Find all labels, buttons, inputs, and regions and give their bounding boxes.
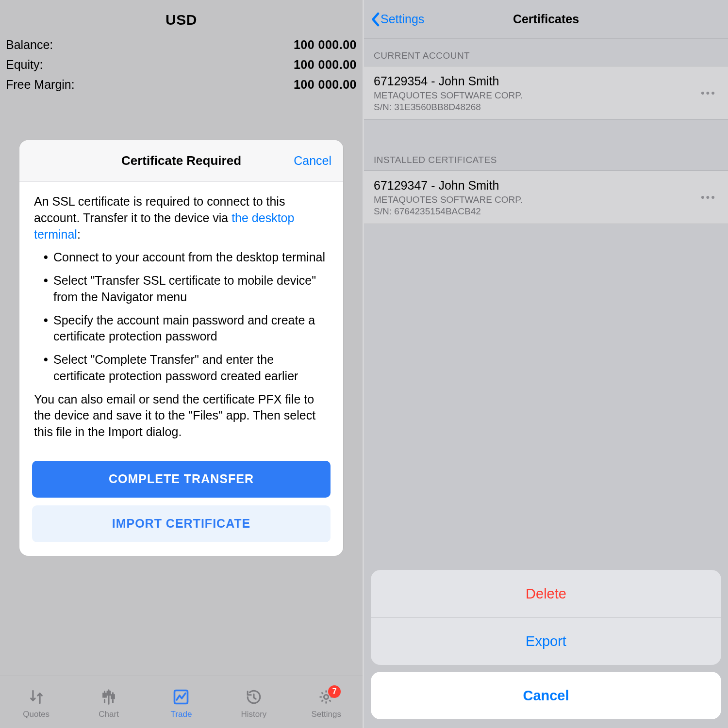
tab-settings[interactable]: Settings 7 — [297, 687, 355, 719]
tab-trade[interactable]: Trade — [152, 687, 210, 719]
free-margin-value: 100 000.00 — [294, 78, 357, 92]
svg-rect-1 — [107, 691, 110, 695]
trade-icon — [172, 687, 190, 707]
quotes-icon — [28, 687, 45, 707]
tab-label: Chart — [99, 710, 119, 719]
free-margin-label: Free Margin: — [6, 78, 75, 92]
current-account-cert-row[interactable]: 67129354 - John Smith METAQUOTES SOFTWAR… — [364, 66, 728, 120]
modal-outro: You can also email or send the certifica… — [34, 391, 329, 440]
certificate-required-modal: Certificate Required Cancel An SSL certi… — [19, 140, 343, 556]
cert-company: METAQUOTES SOFTWARE CORP. — [374, 90, 718, 101]
tabbar: Quotes Chart Trade History Settings 7 — [0, 676, 363, 728]
more-icon[interactable]: ••• — [701, 191, 716, 204]
cert-title: 67129354 - John Smith — [374, 74, 718, 88]
currency-label: USD — [0, 12, 363, 28]
bullet-1: Connect to your account from the desktop… — [44, 249, 329, 266]
tab-label: Settings — [312, 710, 341, 719]
tab-label: Quotes — [23, 710, 50, 719]
modal-body: An SSL certificate is required to connec… — [19, 182, 343, 461]
balance-row: Balance: 100 000.00 — [6, 35, 357, 55]
bullet-4: Select "Complete Transfer" and enter the… — [44, 352, 329, 385]
settings-badge: 7 — [328, 685, 341, 698]
cert-title: 67129347 - John Smith — [374, 178, 718, 193]
delete-button[interactable]: Delete — [371, 570, 721, 617]
installed-cert-row[interactable]: 67129347 - John Smith METAQUOTES SOFTWAR… — [364, 170, 728, 224]
tab-chart[interactable]: Chart — [80, 687, 138, 719]
action-sheet-group: Delete Export — [371, 570, 721, 665]
chevron-left-icon — [371, 12, 380, 27]
back-label: Settings — [381, 12, 424, 26]
cancel-button[interactable]: Cancel — [371, 672, 721, 719]
equity-label: Equity: — [6, 58, 43, 72]
cert-sn: S/N: 6764235154BACB42 — [374, 206, 718, 217]
balance-rows: Balance: 100 000.00 Equity: 100 000.00 F… — [0, 35, 363, 95]
modal-title: Certificate Required — [121, 153, 241, 168]
history-icon — [246, 687, 262, 707]
export-button[interactable]: Export — [371, 617, 721, 665]
svg-rect-0 — [103, 693, 106, 696]
more-icon[interactable]: ••• — [701, 87, 716, 99]
chart-icon — [100, 687, 117, 707]
modal-header: Certificate Required Cancel — [19, 140, 343, 182]
import-certificate-button[interactable]: IMPORT CERTIFICATE — [32, 505, 331, 542]
nav-bar: Settings Certificates — [364, 0, 728, 39]
svg-rect-2 — [112, 695, 115, 698]
action-sheet: Delete Export Cancel — [371, 570, 721, 719]
balance-value: 100 000.00 — [294, 38, 357, 52]
tab-label: Trade — [171, 710, 192, 719]
back-button[interactable]: Settings — [371, 12, 424, 27]
modal-buttons: COMPLETE TRANSFER IMPORT CERTIFICATE — [19, 461, 343, 556]
bullet-2: Select "Transfer SSL certificate to mobi… — [44, 273, 329, 306]
free-margin-row: Free Margin: 100 000.00 — [6, 75, 357, 95]
equity-value: 100 000.00 — [294, 58, 357, 72]
left-header: USD — [0, 0, 363, 35]
tab-label: History — [241, 710, 266, 719]
equity-row: Equity: 100 000.00 — [6, 55, 357, 75]
modal-cancel-button[interactable]: Cancel — [294, 154, 331, 168]
bullet-3: Specify the account main password and cr… — [44, 312, 329, 345]
modal-bullets: Connect to your account from the desktop… — [34, 249, 329, 384]
nav-title: Certificates — [513, 12, 579, 26]
complete-transfer-button[interactable]: COMPLETE TRANSFER — [32, 461, 331, 498]
svg-point-4 — [324, 695, 329, 699]
cert-sn: S/N: 31E3560BB8D48268 — [374, 102, 718, 113]
section-installed-certificates: INSTALLED CERTIFICATES — [364, 143, 728, 170]
cert-company: METAQUOTES SOFTWARE CORP. — [374, 194, 718, 205]
section-current-account: CURRENT ACCOUNT — [364, 39, 728, 66]
tab-quotes[interactable]: Quotes — [7, 687, 66, 719]
trade-screen: USD Balance: 100 000.00 Equity: 100 000.… — [0, 0, 364, 728]
balance-label: Balance: — [6, 38, 53, 52]
tab-history[interactable]: History — [225, 687, 283, 719]
certificates-screen: Settings Certificates CURRENT ACCOUNT 67… — [364, 0, 728, 728]
modal-intro: An SSL certificate is required to connec… — [34, 194, 329, 243]
